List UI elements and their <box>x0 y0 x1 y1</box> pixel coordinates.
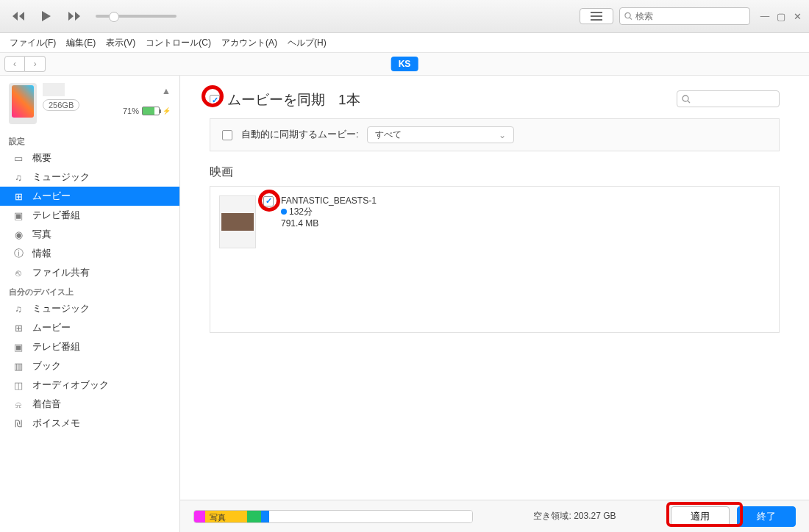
ondev-audiobooks[interactable]: ◫オーディオブック <box>0 375 179 395</box>
camera-icon: ◉ <box>12 229 25 240</box>
sidebar-fileshare[interactable]: ⎋ファイル共有 <box>0 263 179 282</box>
next-icon[interactable] <box>62 7 87 26</box>
unwatched-dot-icon <box>281 209 287 215</box>
movie-title: FANTASTIC_BEASTS-1 <box>281 195 377 206</box>
play-icon[interactable] <box>34 7 59 26</box>
auto-sync-label: 自動的に同期するムービー: <box>241 129 358 141</box>
movie-icon: ⊞ <box>12 191 25 202</box>
sidebar-info[interactable]: ⓘ情報 <box>0 244 179 263</box>
sidebar-section-settings: 設定 <box>0 134 179 148</box>
book-icon: ▥ <box>12 361 25 372</box>
apply-button[interactable]: 適用 <box>671 506 730 527</box>
music-icon: ♫ <box>12 303 25 314</box>
sync-movies-label: ムービーを同期 <box>227 90 325 109</box>
device-name <box>43 83 65 96</box>
music-icon: ♫ <box>12 172 25 183</box>
menu-help[interactable]: ヘルプ(H) <box>284 35 330 51</box>
menu-bar: ファイル(F) 編集(E) 表示(V) コントロール(C) アカウント(A) ヘ… <box>0 33 809 52</box>
ondev-music[interactable]: ♫ミュージック <box>0 299 179 318</box>
auto-sync-checkbox[interactable]: ✓ <box>222 130 232 140</box>
movie-row[interactable]: ✓ FANTASTIC_BEASTS-1 132分 791.4 MB <box>219 195 770 248</box>
device-thumb-icon <box>9 83 37 124</box>
player-toolbar: — ▢ ✕ <box>0 0 809 33</box>
maximize-icon[interactable]: ▢ <box>775 11 787 22</box>
apps-icon: ⎋ <box>12 267 25 278</box>
device-chip[interactable]: KS <box>391 57 418 71</box>
storage-photo-label: 写真 <box>210 512 226 523</box>
sidebar: 256GB ▲ 71% ⚡ 設定 ▭概要 ♫ミュージック ⊞ムービー ▣テレビ番… <box>0 76 180 532</box>
device-capacity: 256GB <box>43 99 79 111</box>
volume-slider[interactable] <box>96 15 177 18</box>
free-space-label: 空き領域: 203.27 GB <box>486 510 663 522</box>
bell-icon: ⍾ <box>12 399 25 410</box>
ondev-voicememos[interactable]: ₪ボイスメモ <box>0 414 179 433</box>
movie-duration: 132分 <box>289 206 313 217</box>
device-summary[interactable]: 256GB ▲ 71% ⚡ <box>0 83 179 132</box>
svg-point-0 <box>625 12 630 18</box>
menu-edit[interactable]: 編集(E) <box>63 35 99 51</box>
nav-forward-button[interactable]: › <box>25 56 46 72</box>
sidebar-section-ondevice: 自分のデバイス上 <box>0 285 179 299</box>
menu-controls[interactable]: コントロール(C) <box>142 35 215 51</box>
movies-heading: 映画 <box>210 165 780 180</box>
sync-count: 1本 <box>338 90 360 109</box>
summary-icon: ▭ <box>12 153 25 164</box>
ondev-ringtones[interactable]: ⍾着信音 <box>0 395 179 414</box>
info-icon: ⓘ <box>12 247 25 260</box>
sidebar-movies[interactable]: ⊞ムービー <box>0 187 179 206</box>
movie-icon: ⊞ <box>12 323 25 334</box>
storage-bar[interactable]: 写真 <box>193 510 473 523</box>
battery-icon <box>142 107 160 115</box>
menu-account[interactable]: アカウント(A) <box>218 35 281 51</box>
nav-back-button[interactable]: ‹ <box>4 56 25 72</box>
movie-thumb <box>219 195 256 248</box>
menu-view[interactable]: 表示(V) <box>102 35 139 51</box>
tv-icon: ▣ <box>12 210 25 221</box>
main-pane: ✓ ムービーを同期 1本 ✓ 自動的に同期するムービー: すべて⌄ 映画 ✓ <box>180 76 809 532</box>
eject-icon[interactable]: ▲ <box>162 86 171 96</box>
menu-file[interactable]: ファイル(F) <box>6 35 60 51</box>
sync-movies-checkbox[interactable]: ✓ <box>210 95 220 105</box>
sidebar-summary[interactable]: ▭概要 <box>0 148 179 168</box>
sidebar-tv[interactable]: ▣テレビ番組 <box>0 206 179 225</box>
close-icon[interactable]: ✕ <box>791 11 803 22</box>
nav-row: ‹ › KS <box>0 52 809 76</box>
ondev-books[interactable]: ▥ブック <box>0 356 179 375</box>
search-input[interactable] <box>619 7 750 25</box>
waveform-icon: ₪ <box>12 418 25 429</box>
prev-icon[interactable] <box>6 7 31 26</box>
movies-list: ✓ FANTASTIC_BEASTS-1 132分 791.4 MB <box>210 186 780 333</box>
sidebar-music[interactable]: ♫ミュージック <box>0 168 179 187</box>
audiobook-icon: ◫ <box>12 380 25 391</box>
movie-size: 791.4 MB <box>281 218 377 229</box>
auto-sync-panel: ✓ 自動的に同期するムービー: すべて⌄ <box>210 118 780 151</box>
auto-sync-select[interactable]: すべて⌄ <box>367 126 514 143</box>
ondev-tv[interactable]: ▣テレビ番組 <box>0 337 179 356</box>
battery-text: 71% <box>123 107 139 115</box>
tv-icon: ▣ <box>12 342 25 353</box>
done-button[interactable]: 終了 <box>737 506 796 527</box>
movie-checkbox[interactable]: ✓ <box>263 196 274 206</box>
minimize-icon[interactable]: — <box>759 11 771 22</box>
view-list-button[interactable] <box>580 8 613 24</box>
sidebar-photos[interactable]: ◉写真 <box>0 225 179 244</box>
footer: 写真 空き領域: 203.27 GB 適用 終了 <box>180 500 809 532</box>
svg-line-1 <box>630 18 632 20</box>
ondev-movies[interactable]: ⊞ムービー <box>0 318 179 337</box>
